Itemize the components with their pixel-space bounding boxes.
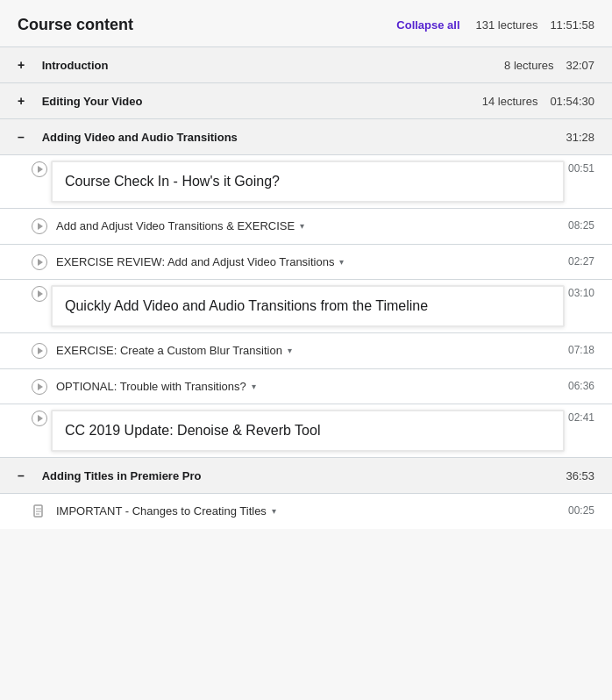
section-plus-minus-editing: + <box>18 94 28 108</box>
section-toggle-editing[interactable]: + Editing Your Video <box>18 94 482 108</box>
lecture-title-cc2019: CC 2019 Update: Denoise & Reverb Tool <box>65 420 551 441</box>
lecture-duration-custom-blur: 07:18 <box>568 342 594 356</box>
dropdown-arrow-exercise-review: ▾ <box>339 255 344 268</box>
lecture-row-trouble[interactable]: OPTIONAL: Trouble with Transitions? ▾06:… <box>0 368 612 404</box>
section-plus-minus-titles: – <box>18 468 28 482</box>
course-header: Course content Collapse all 131 lectures… <box>0 0 612 46</box>
course-header-title: Course content <box>18 16 396 34</box>
lecture-row-checkin[interactable]: Course Check In - How's it Going?00:51 <box>0 154 612 208</box>
play-icon-add-adjust <box>32 218 47 234</box>
section-toggle-titles[interactable]: – Adding Titles in Premiere Pro <box>18 468 566 482</box>
section-toggle-transitions[interactable]: – Adding Video and Audio Transitions <box>18 130 566 144</box>
lecture-duration-quickly-add: 03:10 <box>568 285 594 299</box>
section-duration-transitions: 31:28 <box>566 131 594 144</box>
lecture-title-important-changes: IMPORTANT - Changes to Creating Titles ▾ <box>56 503 559 520</box>
play-icon-quickly-add <box>32 286 47 302</box>
play-icon-exercise-review <box>32 254 47 270</box>
lecture-row-cc2019[interactable]: CC 2019 Update: Denoise & Reverb Tool02:… <box>0 404 612 457</box>
section-title-editing: Editing Your Video <box>42 95 143 108</box>
play-icon-checkin <box>32 161 47 177</box>
section-lectures-count-introduction: 8 lectures <box>504 59 553 72</box>
sections-container: + Introduction8 lectures32:07+ Editing Y… <box>0 46 612 529</box>
collapse-all-button[interactable]: Collapse all <box>396 18 459 32</box>
section-duration-editing: 01:54:30 <box>550 95 594 108</box>
lecture-content-checkin: Course Check In - How's it Going?00:51 <box>56 161 594 203</box>
dropdown-arrow-important-changes: ▾ <box>272 504 276 518</box>
dropdown-arrow-custom-blur: ▾ <box>288 344 292 357</box>
lecture-row-add-adjust[interactable]: Add and Adjust Video Transitions & EXERC… <box>0 208 612 244</box>
lecture-title-quickly-add: Quickly Add Video and Audio Transitions … <box>65 296 551 317</box>
play-icon-custom-blur <box>32 343 47 359</box>
highlighted-box-checkin: Course Check In - How's it Going? <box>51 161 565 203</box>
section-duration-titles: 36:53 <box>566 469 594 482</box>
lecture-duration-important-changes: 00:25 <box>568 503 594 517</box>
lecture-content-important-changes: IMPORTANT - Changes to Creating Titles ▾… <box>56 503 594 520</box>
section-duration-introduction: 32:07 <box>566 59 594 72</box>
lecture-content-add-adjust: Add and Adjust Video Transitions & EXERC… <box>56 218 594 235</box>
section-plus-minus-transitions: – <box>18 130 28 144</box>
lecture-title-checkin: Course Check In - How's it Going? <box>65 171 551 192</box>
section-title-transitions: Adding Video and Audio Transitions <box>42 131 238 144</box>
section-row-titles[interactable]: – Adding Titles in Premiere Pro36:53 <box>0 457 612 493</box>
lecture-duration-exercise-review: 02:27 <box>568 254 594 268</box>
section-row-editing[interactable]: + Editing Your Video14 lectures01:54:30 <box>0 82 612 118</box>
lectures-count: 131 lectures <box>476 18 538 32</box>
course-content-wrapper: Course content Collapse all 131 lectures… <box>0 0 612 529</box>
lecture-row-custom-blur[interactable]: EXERCISE: Create a Custom Blur Transitio… <box>0 332 612 368</box>
lecture-content-exercise-review: EXERCISE REVIEW: Add and Adjust Video Tr… <box>56 254 594 271</box>
section-row-transitions[interactable]: – Adding Video and Audio Transitions31:2… <box>0 118 612 154</box>
highlighted-box-cc2019: CC 2019 Update: Denoise & Reverb Tool <box>51 410 565 452</box>
lecture-duration-checkin: 00:51 <box>568 161 594 175</box>
section-row-introduction[interactable]: + Introduction8 lectures32:07 <box>0 46 612 82</box>
lecture-title-custom-blur: EXERCISE: Create a Custom Blur Transitio… <box>56 342 559 360</box>
dropdown-arrow-trouble: ▾ <box>252 380 256 393</box>
section-title-titles: Adding Titles in Premiere Pro <box>42 469 202 482</box>
lecture-title-exercise-review: EXERCISE REVIEW: Add and Adjust Video Tr… <box>56 254 559 271</box>
lecture-content-quickly-add: Quickly Add Video and Audio Transitions … <box>56 285 594 327</box>
section-plus-minus-introduction: + <box>18 58 28 72</box>
section-toggle-introduction[interactable]: + Introduction <box>18 58 504 72</box>
section-lectures-count-editing: 14 lectures <box>482 95 538 108</box>
lecture-row-important-changes[interactable]: IMPORTANT - Changes to Creating Titles ▾… <box>0 493 612 529</box>
section-title-introduction: Introduction <box>42 59 109 72</box>
lecture-content-cc2019: CC 2019 Update: Denoise & Reverb Tool02:… <box>56 410 594 452</box>
lecture-content-trouble: OPTIONAL: Trouble with Transitions? ▾06:… <box>56 378 594 396</box>
play-icon-trouble <box>32 379 47 395</box>
lecture-content-custom-blur: EXERCISE: Create a Custom Blur Transitio… <box>56 342 594 360</box>
file-icon-important-changes <box>32 504 47 519</box>
lecture-title-add-adjust: Add and Adjust Video Transitions & EXERC… <box>56 218 559 235</box>
lecture-row-quickly-add[interactable]: Quickly Add Video and Audio Transitions … <box>0 279 612 332</box>
lecture-duration-trouble: 06:36 <box>568 378 594 392</box>
dropdown-arrow-add-adjust: ▾ <box>300 219 304 232</box>
highlighted-box-quickly-add: Quickly Add Video and Audio Transitions … <box>51 285 565 327</box>
lecture-duration-cc2019: 02:41 <box>568 410 594 424</box>
lecture-duration-add-adjust: 08:25 <box>568 218 594 232</box>
total-duration: 11:51:58 <box>550 18 594 32</box>
lecture-title-trouble: OPTIONAL: Trouble with Transitions? ▾ <box>56 378 559 396</box>
play-icon-cc2019 <box>32 411 47 426</box>
lecture-row-exercise-review[interactable]: EXERCISE REVIEW: Add and Adjust Video Tr… <box>0 244 612 280</box>
